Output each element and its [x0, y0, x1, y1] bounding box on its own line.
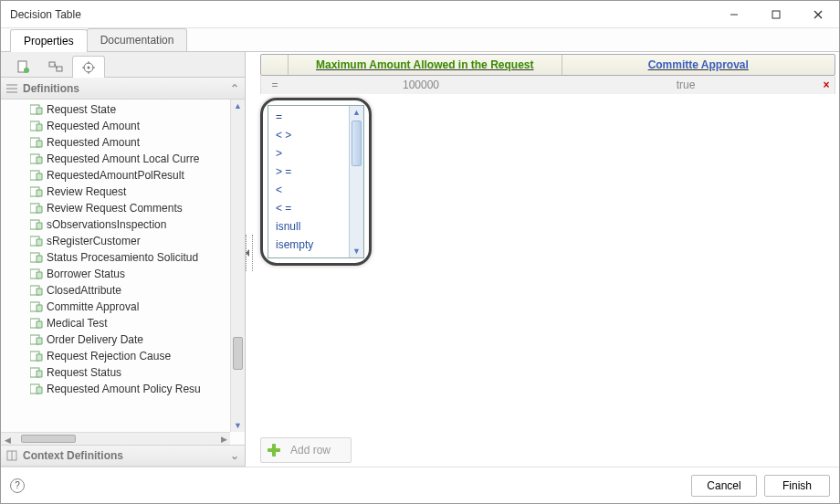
section-context-label: Context Definitions [23, 449, 123, 462]
dropdown-scrollbar[interactable]: ▲ ▼ [349, 106, 363, 257]
operator-option[interactable]: isnull [274, 217, 345, 236]
list-item[interactable]: ClosedAttribute [5, 282, 230, 299]
row-cell-1[interactable]: 100000 [289, 79, 553, 91]
add-row-label: Add row [290, 444, 331, 457]
list-item-label: sObservationsInspection [47, 218, 166, 231]
operator-option[interactable]: = [274, 108, 345, 126]
settings-icon[interactable] [72, 56, 105, 78]
plus-icon [267, 443, 281, 457]
maximize-button[interactable] [755, 1, 797, 27]
list-item-label: Request Status [47, 366, 121, 379]
list-item[interactable]: Requested Amount Policy Resu [5, 381, 230, 397]
definition-icon [30, 153, 43, 164]
definition-icon [30, 170, 43, 181]
list-item[interactable]: RequestedAmountPolResult [5, 167, 230, 184]
grid-header-spacer [261, 55, 289, 75]
footer-buttons: Cancel Finish [691, 475, 830, 497]
list-item[interactable]: Requested Amount [5, 134, 230, 151]
list-item[interactable]: Requested Amount Local Curre [5, 151, 230, 167]
splitter-handle[interactable] [246, 52, 253, 467]
scroll-right-icon[interactable]: ▶ [217, 433, 230, 445]
help-icon[interactable]: ? [10, 478, 25, 493]
list-item[interactable]: Requested Amount [5, 118, 230, 134]
grid-column-1[interactable]: Maximum Amount Allowed in the Request [289, 55, 562, 75]
main-panel: Maximum Amount Allowed in the Request Co… [253, 52, 839, 467]
svg-rect-1 [772, 11, 780, 18]
svg-point-5 [24, 68, 29, 73]
definition-icon [30, 383, 43, 394]
list-item-label: Requested Amount [47, 120, 140, 132]
scroll-thumb[interactable] [233, 337, 243, 370]
definition-icon [30, 219, 43, 230]
grid-col2-label: Committe Approval [648, 58, 749, 71]
grid-header: Maximum Amount Allowed in the Request Co… [260, 54, 835, 76]
list-item[interactable]: Status Procesamiento Solicitud [5, 249, 230, 266]
list-item[interactable]: sObservationsInspection [5, 216, 230, 233]
list-item[interactable]: Review Request Comments [5, 200, 230, 216]
definition-icon [30, 137, 43, 148]
dropdown-scroll-up-icon[interactable]: ▲ [350, 106, 363, 119]
grid-area: = < > > > = < < = isnull isempty ▲ ▼ [260, 94, 835, 437]
operator-dropdown-inner: = < > > > = < < = isnull isempty ▲ ▼ [268, 105, 364, 258]
list-item[interactable]: sRegisterCustomer [5, 233, 230, 249]
row-delete-icon[interactable]: × [818, 79, 835, 91]
operator-option[interactable]: > = [274, 163, 345, 181]
grid-column-2[interactable]: Committe Approval [562, 55, 835, 75]
grid-col1-label: Maximum Amount Allowed in the Request [316, 58, 533, 71]
new-item-icon[interactable] [6, 55, 39, 77]
operator-option[interactable]: isempty [274, 236, 345, 254]
body: Definitions ⌃ Request State Requested Am… [1, 52, 839, 467]
tree-horizontal-scrollbar[interactable]: ◀ ▶ [1, 432, 230, 445]
section-definitions-label: Definitions [23, 82, 79, 95]
section-definitions-header[interactable]: Definitions ⌃ [1, 78, 245, 100]
svg-point-10 [88, 66, 90, 68]
grid-row[interactable]: = 100000 true × [260, 76, 835, 94]
operator-dropdown[interactable]: = < > > > = < < = isnull isempty ▲ ▼ [260, 98, 372, 266]
list-item[interactable]: Request Rejection Cause [5, 348, 230, 364]
row-operator-cell[interactable]: = [261, 79, 289, 91]
list-item[interactable]: Medical Test [5, 315, 230, 331]
list-item-label: Review Request [47, 185, 126, 198]
list-item[interactable]: Request Status [5, 364, 230, 381]
operator-option[interactable]: < [274, 181, 345, 199]
list-item[interactable]: Request State [5, 101, 230, 118]
scroll-down-icon[interactable]: ▼ [231, 419, 245, 432]
definition-icon [30, 121, 43, 131]
scroll-left-icon[interactable]: ◀ [1, 435, 14, 446]
tab-properties[interactable]: Properties [10, 29, 88, 52]
finish-button[interactable]: Finish [764, 475, 830, 497]
link-icon[interactable] [39, 55, 72, 77]
svg-rect-39 [268, 448, 280, 452]
list-item[interactable]: Review Request [5, 184, 230, 200]
tab-documentation[interactable]: Documentation [87, 28, 188, 51]
operator-option[interactable]: < > [274, 126, 345, 144]
definition-icon [30, 334, 43, 345]
list-item[interactable]: Order Delivery Date [5, 331, 230, 348]
operator-option[interactable]: > [274, 144, 345, 163]
dropdown-scroll-down-icon[interactable]: ▼ [350, 245, 363, 257]
operator-option[interactable]: < = [274, 199, 345, 217]
hscroll-thumb[interactable] [21, 435, 76, 443]
expand-icon[interactable]: ⌄ [230, 449, 239, 462]
definition-icon [30, 186, 43, 197]
scroll-up-icon[interactable]: ▲ [231, 100, 245, 112]
window-controls [713, 1, 839, 27]
collapse-icon[interactable]: ⌃ [230, 82, 239, 95]
svg-rect-6 [49, 62, 55, 67]
definitions-tree: Request State Requested Amount Requested… [1, 100, 245, 445]
tree-vertical-scrollbar[interactable]: ▲ ▼ [230, 100, 245, 432]
minimize-button[interactable] [713, 1, 755, 27]
list-item-label: Requested Amount Policy Resu [47, 383, 201, 395]
footer: ? Cancel Finish [1, 467, 839, 503]
cancel-button[interactable]: Cancel [691, 475, 757, 497]
dropdown-scroll-thumb[interactable] [352, 121, 362, 166]
section-context-header[interactable]: Context Definitions ⌄ [1, 445, 245, 467]
row-cell-2[interactable]: true [553, 79, 818, 91]
list-item-label: sRegisterCustomer [47, 235, 141, 247]
add-row-button[interactable]: Add row [260, 437, 352, 463]
tree-scroll-area[interactable]: Request State Requested Amount Requested… [1, 100, 230, 432]
list-item[interactable]: Borrower Status [5, 266, 230, 282]
list-item-label: ClosedAttribute [47, 284, 121, 297]
close-button[interactable] [797, 1, 839, 27]
list-item[interactable]: Committe Approval [5, 299, 230, 315]
